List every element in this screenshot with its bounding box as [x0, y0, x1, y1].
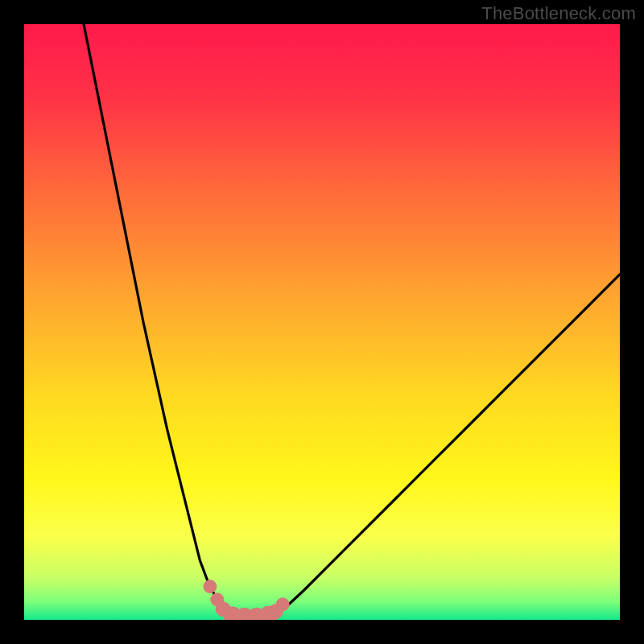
marker-point	[276, 598, 289, 611]
chart-area	[24, 24, 620, 620]
gradient-background	[24, 24, 620, 620]
marker-point	[204, 580, 217, 593]
outer-frame: TheBottleneck.com	[0, 0, 644, 644]
chart-svg	[24, 24, 620, 620]
watermark-text: TheBottleneck.com	[481, 3, 636, 24]
